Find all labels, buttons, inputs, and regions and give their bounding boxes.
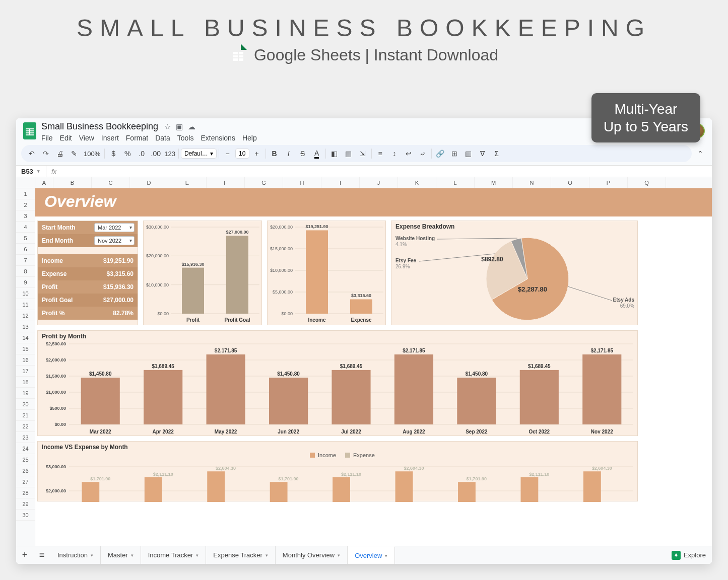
menu-edit[interactable]: Edit [60,134,72,142]
merge-icon[interactable]: ⇲ [356,147,369,160]
dec-increase-icon[interactable]: .00 [149,147,162,160]
doc-title[interactable]: Small Business Bookkeeping [41,121,158,132]
tab-monthly-overview[interactable]: Monthly Overview▾ [276,546,348,564]
svg-text:Income: Income [318,452,336,458]
move-icon[interactable]: ▣ [176,122,183,131]
column-headers: A B C D E F G H I J K L M N O P Q [16,177,712,188]
font-size-input[interactable]: 10 [235,149,249,159]
tab-expense-tracker[interactable]: Expense Tracker▾ [206,546,276,564]
svg-rect-90 [145,477,162,502]
menu-help[interactable]: Help [242,134,257,142]
name-box[interactable]: B53▾ [16,166,46,177]
tab-master[interactable]: Master▾ [101,546,141,564]
functions-icon[interactable]: Σ [490,147,503,160]
menu-extensions[interactable]: Extensions [201,134,235,142]
svg-text:$30,000.00: $30,000.00 [146,225,169,230]
svg-rect-96 [333,477,350,502]
svg-text:$15,936.30: $15,936.30 [181,262,204,267]
svg-text:Jul 2022: Jul 2022 [341,429,361,434]
fx-icon: fx [46,168,61,175]
collapse-toolbar-icon[interactable]: ⌃ [694,147,707,160]
svg-text:Apr 2022: Apr 2022 [153,429,174,434]
menu-data[interactable]: Data [155,134,170,142]
format-123[interactable]: 123 [163,150,176,158]
filter-icon[interactable]: ∇ [476,147,489,160]
tab-income-tracker[interactable]: Income Tracker▾ [141,546,207,564]
sheets-doc-icon[interactable] [23,122,36,139]
currency-icon[interactable]: $ [107,147,120,160]
svg-text:$2,287.80: $2,287.80 [518,285,547,293]
add-sheet-button[interactable]: + [16,550,33,560]
menu-view[interactable]: View [79,134,94,142]
spreadsheet-grid[interactable]: A B C D E F G H I J K L M N O P Q 123456… [16,177,712,546]
menu-insert[interactable]: Insert [101,134,119,142]
explore-button[interactable]: ✦ Explore [672,551,706,560]
cloud-icon[interactable]: ☁ [188,122,195,131]
menu-format[interactable]: Format [126,134,148,142]
svg-text:$892.80: $892.80 [481,256,503,263]
svg-text:$1,450.80: $1,450.80 [277,371,300,377]
svg-text:$1,500.00: $1,500.00 [46,374,66,379]
svg-rect-104 [583,471,601,502]
kpi-label: Profit [38,283,103,291]
svg-text:$10,000.00: $10,000.00 [270,268,293,273]
borders-icon[interactable]: ▦ [342,147,355,160]
svg-text:69.0%: 69.0% [620,303,634,309]
print-icon[interactable]: 🖨 [53,147,67,160]
tab-overview[interactable]: Overview▾ [348,546,395,564]
svg-text:4.1%: 4.1% [395,242,407,247]
svg-text:Mar 2022: Mar 2022 [90,429,111,434]
zoom-select[interactable]: 100% [82,150,102,158]
svg-rect-59 [207,354,245,424]
halign-icon[interactable]: ≡ [374,147,387,160]
link-icon[interactable]: 🔗 [434,147,447,160]
text-color-icon[interactable]: A [310,147,323,160]
svg-text:$2,171.85: $2,171.85 [591,348,614,353]
end-month-select[interactable]: Nov 2022 [94,236,135,245]
sheet-tabs-bar: + ≡ Instruction▾Master▾Income Tracker▾Ex… [16,546,712,564]
font-size-inc-icon[interactable]: + [250,147,263,160]
wrap-icon[interactable]: ↩ [402,147,415,160]
svg-text:$20,000.00: $20,000.00 [146,253,169,258]
chart-icon[interactable]: ▥ [462,147,475,160]
svg-rect-74 [520,370,559,424]
star-icon[interactable]: ☆ [164,122,171,131]
svg-rect-92 [207,471,225,502]
svg-text:Etsy Ads: Etsy Ads [613,297,635,303]
comment-icon[interactable]: ⊞ [448,147,461,160]
font-size-dec-icon[interactable]: − [221,147,234,160]
redo-icon[interactable]: ↷ [39,147,52,160]
valign-icon[interactable]: ↕ [388,147,401,160]
kpi-value: 82.78% [113,310,138,317]
profit-by-month-chart: Profit by Month $0.00$500.00$1,000.00$1,… [37,330,638,436]
svg-text:Etsy Fee: Etsy Fee [395,258,417,263]
tab-instruction[interactable]: Instruction▾ [50,546,101,564]
all-sheets-button[interactable]: ≡ [33,550,50,560]
undo-icon[interactable]: ↶ [25,147,38,160]
promo-title: SMALL BUSINESS BOOKKEEPING [0,0,728,44]
svg-rect-65 [332,370,370,424]
font-family-select[interactable]: Defaul…▾ [181,149,217,159]
svg-text:$1,701.90: $1,701.90 [90,476,110,481]
percent-icon[interactable]: % [121,147,134,160]
svg-rect-24 [306,230,328,314]
paint-format-icon[interactable]: ✎ [68,147,81,160]
svg-text:$1,689.45: $1,689.45 [340,364,363,369]
dec-decrease-icon[interactable]: .0 [135,147,148,160]
fill-color-icon[interactable]: ◧ [328,147,341,160]
italic-icon[interactable]: I [282,147,295,160]
svg-text:$2,604.30: $2,604.30 [216,466,236,471]
menu-tools[interactable]: Tools [177,134,194,142]
overview-header: Overview [35,188,712,216]
kpi-label: Expense [38,270,107,277]
strike-icon[interactable]: S [296,147,309,160]
bold-icon[interactable]: B [268,147,281,160]
svg-rect-80 [310,453,315,458]
rotate-icon[interactable]: ⤾ [416,147,429,160]
menu-file[interactable]: File [41,134,53,142]
svg-rect-82 [345,453,350,458]
kpi-value: $3,315.60 [107,270,138,277]
svg-text:$3,000.00: $3,000.00 [46,464,66,469]
start-month-select[interactable]: Mar 2022 [94,223,135,232]
svg-text:Income: Income [308,317,325,323]
